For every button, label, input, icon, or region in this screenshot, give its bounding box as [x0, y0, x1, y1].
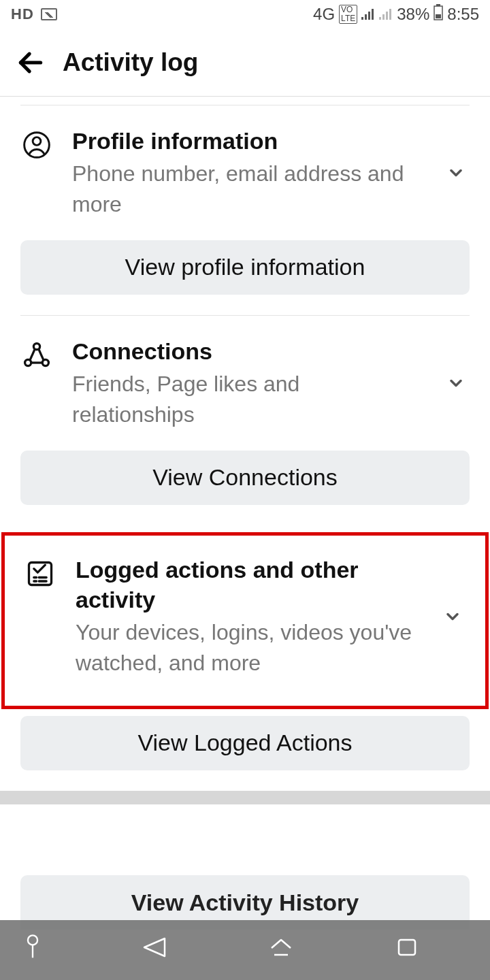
svg-point-13 [33, 137, 41, 146]
logged-subtitle: Your devices, logins, videos you've watc… [76, 617, 420, 679]
svg-line-18 [39, 349, 44, 361]
signal-icon-2 [379, 5, 393, 24]
svg-rect-2 [368, 12, 370, 20]
checklist-icon [24, 557, 56, 590]
chevron-down-icon [442, 374, 470, 393]
status-bar: HD 4G VOLTE 38% 8:55 [0, 0, 490, 29]
view-connections-button[interactable]: View Connections [20, 451, 470, 505]
nav-home-icon[interactable] [267, 936, 295, 965]
chevron-down-icon [442, 163, 470, 182]
nav-assistant-icon[interactable] [22, 934, 43, 967]
picture-icon [41, 8, 57, 20]
svg-point-15 [25, 359, 31, 365]
signal-icon [361, 5, 375, 24]
app-header: Activity log [0, 29, 490, 97]
logged-title: Logged actions and other activity [76, 555, 420, 615]
connections-header[interactable]: Connections Friends, Page likes and rela… [20, 336, 470, 430]
svg-point-25 [27, 935, 37, 945]
svg-rect-6 [386, 12, 388, 20]
back-button[interactable] [14, 46, 48, 80]
network-indicator: 4G [313, 5, 335, 24]
connections-title: Connections [72, 336, 423, 366]
nav-recents-icon[interactable] [393, 936, 421, 965]
view-profile-info-button[interactable]: View profile information [20, 240, 470, 295]
svg-rect-10 [436, 14, 441, 18]
profile-title: Profile information [72, 126, 423, 156]
svg-marker-27 [144, 938, 165, 956]
svg-rect-5 [382, 14, 385, 20]
section-profile-information: Profile information Phone number, email … [0, 105, 490, 315]
profile-icon [20, 129, 53, 161]
connections-subtitle: Friends, Page likes and relationships [72, 369, 423, 430]
profile-subtitle: Phone number, email address and more [72, 159, 423, 220]
clock: 8:55 [447, 5, 479, 24]
connections-icon [20, 339, 53, 372]
android-nav-bar [0, 920, 490, 980]
svg-line-17 [30, 349, 35, 361]
svg-rect-4 [379, 17, 381, 20]
svg-point-16 [42, 359, 48, 365]
volte-icon: VOLTE [339, 5, 357, 24]
svg-rect-1 [365, 14, 367, 20]
svg-rect-29 [399, 940, 415, 955]
nav-back-icon[interactable] [142, 936, 169, 965]
page-title: Activity log [63, 48, 198, 77]
chevron-down-icon [439, 607, 466, 626]
profile-info-header[interactable]: Profile information Phone number, email … [20, 126, 470, 220]
section-logged-actions: Logged actions and other activity Your d… [1, 532, 489, 709]
battery-icon [434, 4, 443, 24]
section-connections: Connections Friends, Page likes and rela… [0, 316, 490, 525]
hd-indicator: HD [11, 5, 34, 23]
section-separator [0, 791, 490, 804]
svg-rect-0 [361, 17, 363, 20]
svg-rect-7 [389, 9, 391, 20]
battery-label: 38% [397, 5, 429, 24]
logged-actions-header[interactable]: Logged actions and other activity Your d… [24, 555, 466, 679]
view-logged-actions-button[interactable]: View Logged Actions [20, 716, 470, 770]
svg-point-14 [33, 343, 39, 349]
svg-rect-3 [372, 9, 374, 20]
